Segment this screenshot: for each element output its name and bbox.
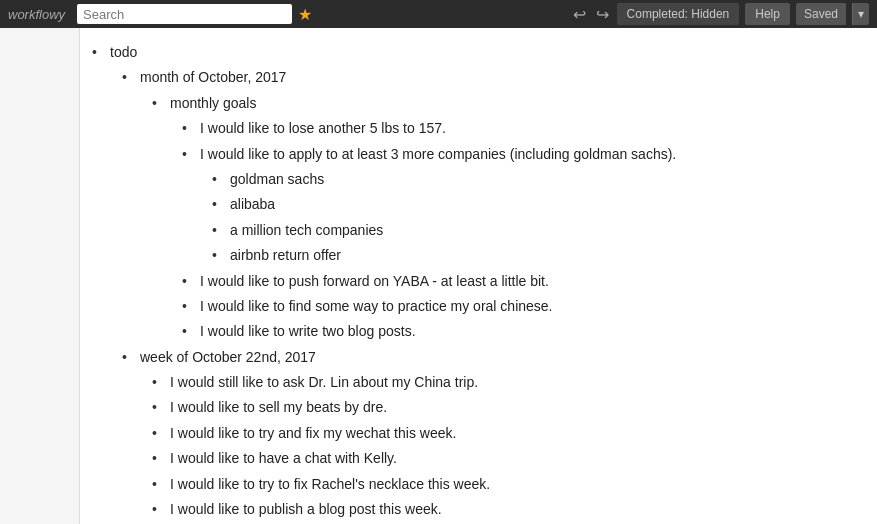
list-item[interactable]: monthly goals I would like to lose anoth… bbox=[140, 92, 867, 343]
list-item[interactable]: I would like to apply to at least 3 more… bbox=[170, 143, 867, 267]
list-item[interactable]: I would like to try to fix Rachel's neck… bbox=[140, 473, 867, 495]
list-item[interactable]: I would like to publish a blog post this… bbox=[140, 498, 867, 520]
search-input[interactable] bbox=[77, 4, 292, 24]
item-text: I would like to write two blog posts. bbox=[200, 323, 416, 339]
list-item[interactable]: todo month of October, 2017 monthly goal… bbox=[80, 41, 867, 524]
sidebar bbox=[0, 28, 80, 524]
list-item[interactable]: month of October, 2017 monthly goals I w… bbox=[110, 66, 867, 342]
undo-button[interactable]: ↩ bbox=[571, 5, 588, 24]
outline-level2: monthly goals I would like to lose anoth… bbox=[140, 92, 867, 343]
outline-level2b: I would still like to ask Dr. Lin about … bbox=[140, 371, 867, 524]
item-text: I would still like to ask Dr. Lin about … bbox=[170, 374, 478, 390]
item-text: week of October 22nd, 2017 bbox=[140, 349, 316, 365]
star-button[interactable]: ★ bbox=[298, 5, 312, 24]
item-text: I would like to try to fix Rachel's neck… bbox=[170, 476, 490, 492]
list-item[interactable]: I would like to push forward on YABA - a… bbox=[170, 270, 867, 292]
main-content: todo month of October, 2017 monthly goal… bbox=[80, 28, 877, 524]
item-text: I would like to find some way to practic… bbox=[200, 298, 553, 314]
content-area: todo month of October, 2017 monthly goal… bbox=[0, 28, 877, 524]
list-item[interactable]: I would still like to ask Dr. Lin about … bbox=[140, 371, 867, 393]
item-text: I would like to try and fix my wechat th… bbox=[170, 425, 456, 441]
item-text: goldman sachs bbox=[230, 171, 324, 187]
list-item[interactable]: I would like to write two blog posts. bbox=[170, 320, 867, 342]
item-text: a million tech companies bbox=[230, 222, 383, 238]
item-text: I would like to apply to at least 3 more… bbox=[200, 146, 676, 162]
toolbar: workflowy ★ ↩ ↪ Completed: Hidden Help S… bbox=[0, 0, 877, 28]
completed-button[interactable]: Completed: Hidden bbox=[617, 3, 740, 25]
item-text: I would like to have a chat with Kelly. bbox=[170, 450, 397, 466]
list-item[interactable]: I would like to have a chat with Kelly. bbox=[140, 447, 867, 469]
item-text: monthly goals bbox=[170, 95, 256, 111]
item-text: month of October, 2017 bbox=[140, 69, 286, 85]
list-item[interactable]: alibaba bbox=[200, 193, 867, 215]
item-text: todo bbox=[110, 44, 137, 60]
list-item[interactable]: airbnb return offer bbox=[200, 244, 867, 266]
list-item[interactable]: a million tech companies bbox=[200, 219, 867, 241]
list-item[interactable]: I would like to sell my beats by dre. bbox=[140, 396, 867, 418]
list-item[interactable]: I would like to lose another 5 lbs to 15… bbox=[170, 117, 867, 139]
outline-level4: goldman sachs alibaba a million tech com… bbox=[200, 168, 867, 267]
outline-level1: month of October, 2017 monthly goals I w… bbox=[110, 66, 867, 524]
list-item[interactable]: week of October 22nd, 2017 I would still… bbox=[110, 346, 867, 524]
list-item[interactable]: I would like to try and fix my wechat th… bbox=[140, 422, 867, 444]
saved-button[interactable]: Saved bbox=[796, 3, 846, 25]
item-text: alibaba bbox=[230, 196, 275, 212]
help-button[interactable]: Help bbox=[745, 3, 790, 25]
item-text: I would like to lose another 5 lbs to 15… bbox=[200, 120, 446, 136]
item-text: I would like to publish a blog post this… bbox=[170, 501, 442, 517]
outline-level3: I would like to lose another 5 lbs to 15… bbox=[170, 117, 867, 343]
saved-dropdown-button[interactable]: ▾ bbox=[852, 3, 869, 25]
list-item[interactable]: I would like to find some way to practic… bbox=[170, 295, 867, 317]
brand-logo: workflowy bbox=[8, 7, 65, 22]
item-text: I would like to push forward on YABA - a… bbox=[200, 273, 549, 289]
item-text: I would like to sell my beats by dre. bbox=[170, 399, 387, 415]
item-text: airbnb return offer bbox=[230, 247, 341, 263]
redo-button[interactable]: ↪ bbox=[594, 5, 611, 24]
list-item[interactable]: goldman sachs bbox=[200, 168, 867, 190]
outline-root: todo month of October, 2017 monthly goal… bbox=[80, 41, 867, 524]
